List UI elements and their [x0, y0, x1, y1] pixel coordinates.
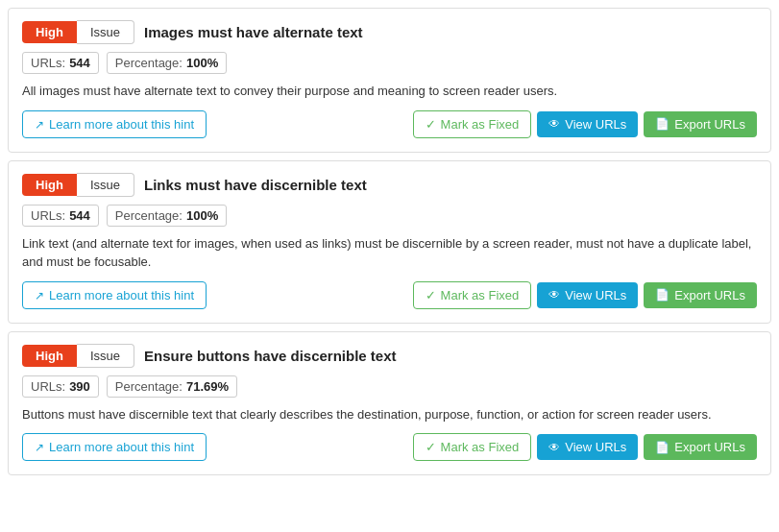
issue-card-1: High Issue Images must have alternate te… [8, 8, 771, 153]
card-footer-1: Learn more about this hint Mark as Fixed… [22, 110, 757, 138]
percentage-label-2: Percentage: [115, 208, 183, 223]
severity-badge-2: High [22, 174, 77, 196]
urls-box-2: URLs: 544 [22, 205, 99, 227]
card-description-2: Link text (and alternate text for images… [22, 234, 757, 272]
type-badge-2: Issue [77, 173, 134, 197]
percentage-label-1: Percentage: [115, 56, 183, 70]
type-badge-1: Issue [77, 20, 134, 44]
card-title-2: Links must have discernible text [144, 177, 367, 193]
card-description-3: Buttons must have discernible text that … [22, 405, 757, 424]
check-icon-2 [426, 288, 436, 302]
urls-value-2: 544 [69, 208, 90, 223]
urls-value-1: 544 [69, 56, 90, 70]
percentage-value-1: 100% [186, 56, 218, 70]
card-description-1: All images must have alternate text to c… [22, 82, 757, 101]
urls-box-3: URLs: 390 [22, 375, 99, 398]
issue-card-3: High Issue Ensure buttons have discernib… [8, 331, 771, 476]
export-urls-button-3[interactable]: 📄 Export URLs [644, 434, 757, 460]
export-urls-button-2[interactable]: 📄 Export URLs [644, 282, 757, 308]
export-icon-1: 📄 [655, 117, 669, 131]
action-buttons-2: Mark as Fixed 👁 View URLs 📄 Export URLs [413, 281, 757, 309]
meta-row-1: URLs: 544 Percentage: 100% [22, 52, 757, 74]
eye-icon-2: 👁 [548, 288, 560, 302]
urls-label-3: URLs: [31, 379, 65, 394]
percentage-value-2: 100% [186, 208, 218, 223]
external-link-icon-1 [35, 117, 44, 132]
eye-icon-1: 👁 [548, 117, 560, 131]
card-footer-2: Learn more about this hint Mark as Fixed… [22, 281, 757, 309]
severity-badge-3: High [22, 345, 77, 367]
card-footer-3: Learn more about this hint Mark as Fixed… [22, 433, 757, 461]
percentage-value-3: 71.69% [186, 379, 229, 394]
export-icon-3: 📄 [655, 441, 669, 454]
urls-label-1: URLs: [31, 56, 65, 70]
card-header-2: High Issue Links must have discernible t… [22, 173, 757, 197]
card-title-1: Images must have alternate text [144, 24, 363, 40]
export-urls-button-1[interactable]: 📄 Export URLs [644, 111, 757, 137]
learn-more-button-1[interactable]: Learn more about this hint [22, 110, 207, 138]
view-urls-button-2[interactable]: 👁 View URLs [537, 282, 638, 308]
type-badge-3: Issue [77, 344, 134, 368]
mark-fixed-button-3[interactable]: Mark as Fixed [413, 433, 532, 461]
urls-value-3: 390 [69, 379, 90, 394]
meta-row-3: URLs: 390 Percentage: 71.69% [22, 375, 757, 398]
action-buttons-3: Mark as Fixed 👁 View URLs 📄 Export URLs [413, 433, 757, 461]
view-urls-button-1[interactable]: 👁 View URLs [537, 111, 638, 137]
view-urls-button-3[interactable]: 👁 View URLs [537, 434, 638, 460]
percentage-box-2: Percentage: 100% [107, 205, 227, 227]
card-header-3: High Issue Ensure buttons have discernib… [22, 344, 757, 368]
external-link-icon-2 [35, 288, 44, 302]
card-title-3: Ensure buttons have discernible text [144, 348, 397, 364]
issue-card-2: High Issue Links must have discernible t… [8, 160, 771, 324]
urls-label-2: URLs: [31, 208, 65, 223]
mark-fixed-button-2[interactable]: Mark as Fixed [413, 281, 532, 309]
export-icon-2: 📄 [655, 288, 669, 302]
learn-more-button-3[interactable]: Learn more about this hint [22, 433, 207, 461]
action-buttons-1: Mark as Fixed 👁 View URLs 📄 Export URLs [413, 110, 757, 138]
urls-box-1: URLs: 544 [22, 52, 99, 74]
percentage-box-3: Percentage: 71.69% [107, 375, 237, 398]
external-link-icon-3 [35, 440, 44, 454]
check-icon-1 [426, 117, 436, 132]
percentage-box-1: Percentage: 100% [107, 52, 227, 74]
mark-fixed-button-1[interactable]: Mark as Fixed [413, 110, 532, 138]
eye-icon-3: 👁 [548, 441, 560, 454]
learn-more-button-2[interactable]: Learn more about this hint [22, 281, 207, 309]
card-header-1: High Issue Images must have alternate te… [22, 20, 757, 44]
meta-row-2: URLs: 544 Percentage: 100% [22, 205, 757, 227]
check-icon-3 [426, 440, 436, 454]
severity-badge-1: High [22, 21, 77, 43]
percentage-label-3: Percentage: [115, 379, 183, 394]
